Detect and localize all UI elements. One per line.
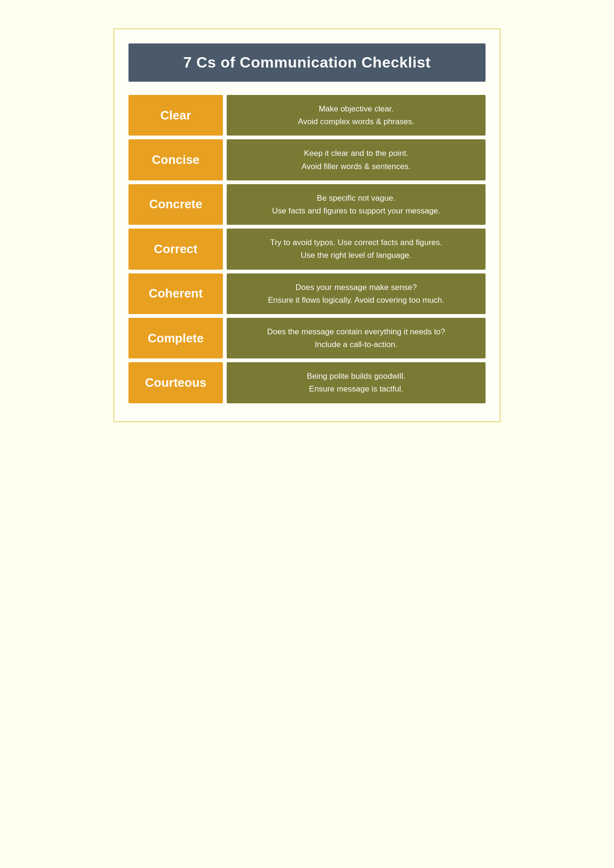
spacer [223, 273, 227, 314]
term-cell: Correct [128, 229, 223, 269]
description-cell: Does the message contain everything it n… [227, 318, 486, 358]
table-row: CompleteDoes the message contain everyth… [128, 318, 486, 358]
term-cell: Coherent [128, 273, 223, 314]
table-row: CorrectTry to avoid typos. Use correct f… [128, 229, 486, 269]
page-container: 7 Cs of Communication Checklist ClearMak… [113, 28, 501, 422]
term-cell: Courteous [128, 362, 223, 403]
table-row: ClearMake objective clear.Avoid complex … [128, 95, 486, 136]
spacer [223, 229, 227, 269]
table-row: CourteousBeing polite builds goodwill.En… [128, 362, 486, 403]
title-bar: 7 Cs of Communication Checklist [128, 43, 486, 82]
description-cell: Be specific not vague.Use facts and figu… [227, 184, 486, 225]
spacer [223, 95, 227, 136]
description-cell: Try to avoid typos. Use correct facts an… [227, 229, 486, 269]
spacer [223, 362, 227, 403]
description-cell: Make objective clear.Avoid complex words… [227, 95, 486, 136]
term-cell: Concise [128, 139, 223, 180]
page-title: 7 Cs of Communication Checklist [183, 54, 431, 71]
spacer [223, 139, 227, 180]
checklist-table: ClearMake objective clear.Avoid complex … [128, 91, 486, 407]
term-cell: Complete [128, 318, 223, 358]
description-cell: Keep it clear and to the point.Avoid fil… [227, 139, 486, 180]
term-cell: Clear [128, 95, 223, 136]
term-cell: Concrete [128, 184, 223, 225]
description-cell: Does your message make sense?Ensure it f… [227, 273, 486, 314]
table-row: CoherentDoes your message make sense?Ens… [128, 273, 486, 314]
table-row: ConcreteBe specific not vague.Use facts … [128, 184, 486, 225]
description-cell: Being polite builds goodwill.Ensure mess… [227, 362, 486, 403]
table-row: ConciseKeep it clear and to the point.Av… [128, 139, 486, 180]
spacer [223, 318, 227, 358]
spacer [223, 184, 227, 225]
